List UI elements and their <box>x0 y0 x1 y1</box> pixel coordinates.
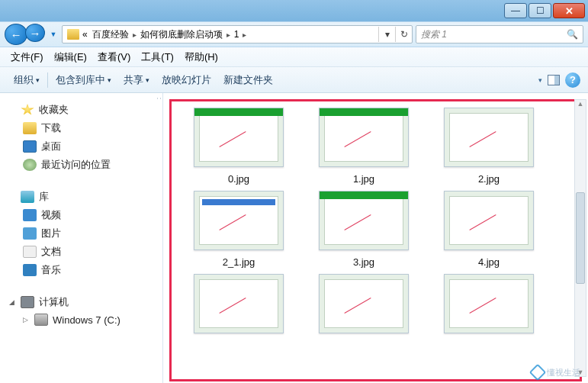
close-button[interactable]: ✕ <box>553 3 585 18</box>
sidebar-item-recent[interactable]: 最近访问的位置 <box>6 156 162 174</box>
search-icon[interactable]: 🔍 <box>567 29 578 40</box>
recent-icon <box>23 159 37 171</box>
file-thumbnail[interactable]: 2_1.jpg <box>185 191 292 268</box>
organize-button[interactable]: 组织 ▾ <box>8 71 46 89</box>
menu-edit[interactable]: 编辑(E) <box>54 50 87 64</box>
file-thumbnail[interactable]: 4.jpg <box>435 191 542 268</box>
thumbnail-grid: 0.jpg1.jpg2.jpg2_1.jpg3.jpg4.jpg <box>176 108 575 340</box>
scroll-up-icon[interactable]: ▲ <box>577 100 584 108</box>
chevron-down-icon: ▾ <box>36 76 40 84</box>
drive-icon <box>34 314 48 326</box>
thumbnail-image <box>444 191 534 250</box>
menu-bar: 文件(F) 编辑(E) 查看(V) 工具(T) 帮助(H) <box>0 47 588 67</box>
nav-history-dropdown[interactable]: ▼ <box>48 31 59 38</box>
share-button[interactable]: 共享 ▾ <box>117 71 156 89</box>
thumbnail-image <box>319 274 409 333</box>
nav-forward-button[interactable]: → <box>25 24 45 42</box>
selection-highlight: 0.jpg1.jpg2.jpg2_1.jpg3.jpg4.jpg <box>169 99 582 381</box>
refresh-icon[interactable]: ↻ <box>395 27 412 42</box>
file-thumbnail[interactable] <box>310 274 417 340</box>
file-thumbnail[interactable]: 1.jpg <box>310 108 417 185</box>
chevron-down-icon[interactable]: ▾ <box>538 76 542 84</box>
sidebar-item-music[interactable]: 音乐 <box>6 261 162 279</box>
desktop-icon <box>23 140 37 153</box>
sidebar-item-documents[interactable]: 文档 <box>6 243 162 261</box>
thumbnail-image <box>319 191 409 250</box>
sidebar-item-pictures[interactable]: 图片 <box>6 224 162 243</box>
search-input[interactable]: 搜索 1 🔍 <box>416 25 583 43</box>
toolbar-separator <box>47 72 48 88</box>
address-bar[interactable]: « 百度经验 ▸ 如何彻底删除启动项 ▸ 1 ▸ ▾ ↻ <box>62 25 413 43</box>
new-folder-button[interactable]: 新建文件夹 <box>217 71 279 89</box>
maximize-button[interactable]: ☐ <box>529 3 551 18</box>
library-icon <box>21 191 34 203</box>
breadcrumb-sep-icon[interactable]: ▸ <box>227 31 230 39</box>
sidebar-favorites-header[interactable]: 收藏夹 <box>6 101 162 119</box>
content-pane[interactable]: 0.jpg1.jpg2.jpg2_1.jpg3.jpg4.jpg ▲ ▼ <box>163 93 588 383</box>
file-thumbnail[interactable] <box>185 274 292 340</box>
watermark-logo-icon <box>529 364 547 381</box>
nav-bar: ← → ▼ « 百度经验 ▸ 如何彻底删除启动项 ▸ 1 ▸ ▾ ↻ 搜索 1 … <box>0 21 588 47</box>
breadcrumb-seg-3[interactable]: 1 <box>234 29 239 40</box>
nav-back-button[interactable]: ← <box>5 24 27 45</box>
thumbnail-image <box>444 108 534 167</box>
address-dropdown-icon[interactable]: ▾ <box>378 27 395 42</box>
breadcrumb-seg-2[interactable]: 如何彻底删除启动项 <box>140 28 223 41</box>
thumbnail-label: 3.jpg <box>353 256 374 268</box>
scroll-thumb[interactable] <box>576 192 585 284</box>
file-thumbnail[interactable]: 3.jpg <box>310 191 417 268</box>
menu-tools[interactable]: 工具(T) <box>141 50 174 64</box>
menu-file[interactable]: 文件(F) <box>11 50 43 64</box>
breadcrumb-sep-icon[interactable]: ▸ <box>243 31 246 39</box>
main-area: ⋮ 收藏夹 下载 桌面 最近访问的位置 库 视频 图片 文档 音乐 ◢计算机 ▷… <box>0 93 588 383</box>
breadcrumb-seg-1[interactable]: 百度经验 <box>92 28 129 41</box>
expand-icon[interactable]: ▷ <box>23 316 30 323</box>
title-bar: — ☐ ✕ <box>0 0 588 21</box>
view-options-button[interactable] <box>519 72 535 89</box>
file-thumbnail[interactable]: 2.jpg <box>435 108 542 185</box>
sidebar-item-downloads[interactable]: 下载 <box>6 119 162 137</box>
sidebar-item-drive-c[interactable]: ▷Windows 7 (C:) <box>6 311 162 328</box>
menu-view[interactable]: 查看(V) <box>98 50 130 64</box>
documents-icon <box>23 246 37 258</box>
thumbnail-image <box>319 108 409 167</box>
navigation-pane: ⋮ 收藏夹 下载 桌面 最近访问的位置 库 视频 图片 文档 音乐 ◢计算机 ▷… <box>0 93 163 383</box>
thumbnail-image <box>194 108 284 167</box>
file-thumbnail[interactable] <box>435 274 542 340</box>
vertical-scrollbar[interactable]: ▲ ▼ <box>574 99 586 377</box>
menu-help[interactable]: 帮助(H) <box>185 50 218 64</box>
music-icon <box>23 264 37 276</box>
expand-icon[interactable]: ◢ <box>9 298 16 306</box>
pictures-icon <box>23 227 37 240</box>
preview-pane-button[interactable] <box>545 72 562 89</box>
thumbnail-label: 4.jpg <box>478 256 500 268</box>
minimize-button[interactable]: — <box>504 3 527 18</box>
command-bar: 组织 ▾ 包含到库中 ▾ 共享 ▾ 放映幻灯片 新建文件夹 ▾ ? <box>0 67 588 93</box>
breadcrumb-sep-icon[interactable]: ▸ <box>133 31 137 39</box>
splitter-handle[interactable]: ⋮ <box>158 93 162 383</box>
sidebar-item-videos[interactable]: 视频 <box>6 206 162 224</box>
file-thumbnail[interactable]: 0.jpg <box>185 108 292 185</box>
folder-icon <box>23 122 37 134</box>
star-icon <box>21 104 34 116</box>
include-in-library-button[interactable]: 包含到库中 ▾ <box>50 71 117 89</box>
video-icon <box>23 209 37 221</box>
watermark-text: 懂视生活 <box>547 367 580 378</box>
folder-icon <box>67 29 79 40</box>
thumbnail-image <box>194 274 284 333</box>
watermark: 懂视生活 <box>532 366 580 378</box>
sidebar-item-desktop[interactable]: 桌面 <box>6 137 162 156</box>
thumbnail-label: 0.jpg <box>228 173 249 185</box>
chevron-down-icon: ▾ <box>146 76 149 84</box>
thumbnail-image <box>194 191 284 250</box>
slideshow-button[interactable]: 放映幻灯片 <box>156 71 217 89</box>
thumbnail-label: 2.jpg <box>478 173 500 185</box>
help-button[interactable]: ? <box>565 72 580 88</box>
chevron-down-icon: ▾ <box>108 76 111 84</box>
preview-pane-icon <box>548 75 560 85</box>
search-placeholder: 搜索 1 <box>421 28 447 41</box>
sidebar-libraries-header[interactable]: 库 <box>6 188 162 206</box>
breadcrumb-prefix: « <box>82 29 88 40</box>
computer-icon <box>21 296 34 308</box>
sidebar-computer-header[interactable]: ◢计算机 <box>6 293 162 311</box>
